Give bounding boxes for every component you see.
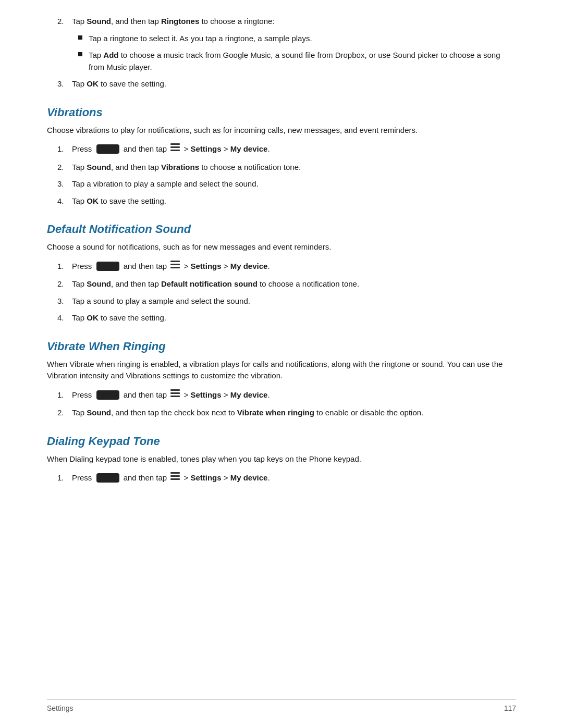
svg-rect-8 <box>170 396 180 397</box>
vibrations-description: Choose vibrations to play for notificati… <box>47 125 516 137</box>
home-button-icon <box>96 262 119 271</box>
svg-rect-3 <box>170 261 180 262</box>
bold-settings: Settings <box>190 473 221 482</box>
vibrate-when-ringing-heading: Vibrate When Ringing <box>47 340 516 353</box>
step-content: Tap Sound, and then tap the check box ne… <box>72 407 516 419</box>
svg-rect-6 <box>170 389 180 391</box>
step-number: 4. <box>57 195 72 207</box>
footer-label: Settings <box>47 704 74 712</box>
bullet-item-2: Tap Add to choose a music track from Goo… <box>78 50 516 73</box>
dkt-step-1: 1. Press and then tap > Settings > My de… <box>57 472 516 485</box>
step-content: Tap OK to save the setting. <box>72 195 516 207</box>
bold-vibrations: Vibrations <box>161 163 199 171</box>
step-number: 4. <box>57 312 72 324</box>
vibrations-heading: Vibrations <box>47 106 516 119</box>
step-content: Press and then tap > Settings > My devic… <box>72 261 516 274</box>
menu-icon <box>170 143 180 156</box>
bold-sound: Sound <box>87 408 111 417</box>
svg-rect-10 <box>170 475 180 477</box>
ringtone-bullets: Tap a ringtone to select it. As you tap … <box>78 33 516 73</box>
bullet-item-1: Tap a ringtone to select it. As you tap … <box>78 33 516 45</box>
svg-rect-5 <box>170 267 180 268</box>
vibrate-when-ringing-section: Vibrate When Ringing When Vibrate when r… <box>47 340 516 419</box>
default-notification-sound-description: Choose a sound for notifications, such a… <box>47 241 516 253</box>
step-number: 1. <box>57 261 72 273</box>
svg-rect-11 <box>170 478 180 480</box>
top-step-3: 3. Tap OK to save the setting. <box>57 78 516 90</box>
dns-step-1: 1. Press and then tap > Settings > My de… <box>57 261 516 274</box>
vibrations-section: Vibrations Choose vibrations to play for… <box>47 106 516 207</box>
bullet-icon <box>78 35 82 40</box>
vibrations-step-2: 2. Tap Sound, and then tap Vibrations to… <box>57 162 516 174</box>
bold-add: Add <box>103 51 118 59</box>
vibrations-step-1: 1. Press and then tap > Settings > My de… <box>57 143 516 156</box>
step-content: Tap a vibration to play a sample and sel… <box>72 178 516 190</box>
page-footer: Settings 117 <box>47 699 516 712</box>
home-button-icon <box>96 144 119 154</box>
step-content: Tap a sound to play a sample and select … <box>72 295 516 307</box>
dialing-keypad-tone-heading: Dialing Keypad Tone <box>47 435 516 448</box>
svg-rect-1 <box>170 146 180 148</box>
step-number: 3. <box>57 78 72 90</box>
svg-rect-7 <box>170 392 180 394</box>
step-content: Tap Sound, and then tap Ringtones to cho… <box>72 16 516 28</box>
bold-ok: OK <box>87 313 99 322</box>
bold-vwr: Vibrate when ringing <box>237 408 314 417</box>
step-number: 2. <box>57 278 72 290</box>
home-button-icon <box>96 473 119 483</box>
svg-rect-2 <box>170 150 180 151</box>
vibrate-when-ringing-description: When Vibrate when ringing is enabled, a … <box>47 359 516 382</box>
step-content: Tap Sound, and then tap Default notifica… <box>72 278 516 290</box>
top-step-2: 2. Tap Sound, and then tap Ringtones to … <box>57 16 516 28</box>
bullet-text-2: Tap Add to choose a music track from Goo… <box>89 50 516 73</box>
menu-icon <box>170 472 180 485</box>
bold-ok: OK <box>87 196 99 205</box>
step-number: 2. <box>57 407 72 419</box>
bold-mydevice: My device <box>230 262 268 270</box>
bold-sound: Sound <box>87 279 111 288</box>
bold-settings: Settings <box>190 390 221 399</box>
vwr-steps: 1. Press and then tap > Settings > My de… <box>57 389 516 419</box>
vwr-step-1: 1. Press and then tap > Settings > My de… <box>57 389 516 402</box>
default-notification-sound-heading: Default Notification Sound <box>47 223 516 236</box>
vibrations-step-3: 3. Tap a vibration to play a sample and … <box>57 178 516 190</box>
step-number: 1. <box>57 389 72 401</box>
top-step-3-list: 3. Tap OK to save the setting. <box>57 78 516 90</box>
bold-sound: Sound <box>87 17 111 26</box>
svg-rect-9 <box>170 472 180 474</box>
step-number: 1. <box>57 143 72 155</box>
vibrations-step-4: 4. Tap OK to save the setting. <box>57 195 516 207</box>
step-content: Press and then tap > Settings > My devic… <box>72 143 516 156</box>
step-number: 2. <box>57 162 72 174</box>
step-number: 3. <box>57 295 72 307</box>
dialing-keypad-tone-section: Dialing Keypad Tone When Dialing keypad … <box>47 435 516 485</box>
top-section: 2. Tap Sound, and then tap Ringtones to … <box>47 16 516 90</box>
step-number: 3. <box>57 178 72 190</box>
dialing-keypad-tone-description: When Dialing keypad tone is enabled, ton… <box>47 453 516 465</box>
top-steps-list: 2. Tap Sound, and then tap Ringtones to … <box>57 16 516 28</box>
svg-rect-4 <box>170 264 180 265</box>
menu-icon <box>170 260 180 273</box>
bold-ok: OK <box>87 79 99 88</box>
dns-step-4: 4. Tap OK to save the setting. <box>57 312 516 324</box>
bullet-text-1: Tap a ringtone to select it. As you tap … <box>89 33 516 45</box>
step-content: Press and then tap > Settings > My devic… <box>72 472 516 485</box>
svg-rect-0 <box>170 143 180 145</box>
vwr-step-2: 2. Tap Sound, and then tap the check box… <box>57 407 516 419</box>
bold-mydevice: My device <box>230 144 268 153</box>
bold-mydevice: My device <box>230 390 268 399</box>
step-content: Tap OK to save the setting. <box>72 78 516 90</box>
menu-icon <box>170 389 180 402</box>
bold-mydevice: My device <box>230 473 268 482</box>
dns-step-2: 2. Tap Sound, and then tap Default notif… <box>57 278 516 290</box>
step-number: 1. <box>57 472 72 484</box>
dns-steps: 1. Press and then tap > Settings > My de… <box>57 261 516 324</box>
page-number: 117 <box>504 704 516 712</box>
dns-step-3: 3. Tap a sound to play a sample and sele… <box>57 295 516 307</box>
step-number: 2. <box>57 16 72 28</box>
step-content: Tap OK to save the setting. <box>72 312 516 324</box>
step-content: Tap Sound, and then tap Vibrations to ch… <box>72 162 516 174</box>
bold-dns: Default notification sound <box>161 279 258 288</box>
default-notification-sound-section: Default Notification Sound Choose a soun… <box>47 223 516 324</box>
dkt-steps: 1. Press and then tap > Settings > My de… <box>57 472 516 485</box>
